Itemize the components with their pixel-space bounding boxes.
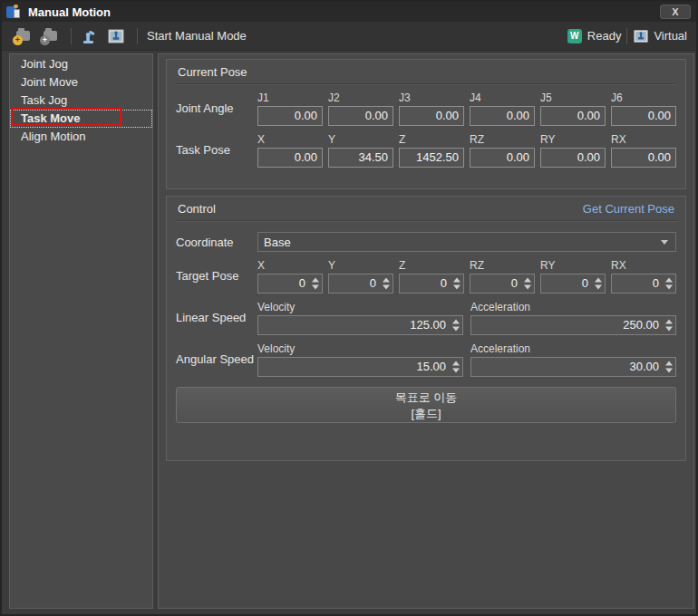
joint-j4-field[interactable]: 0.00 — [470, 106, 535, 126]
spin-up-icon[interactable] — [452, 320, 460, 324]
angular-speed-row: Angular Speed Velocity 15.00 Acceleratio… — [176, 342, 676, 377]
spinner-buttons[interactable] — [383, 278, 390, 290]
spinner-buttons[interactable] — [452, 320, 460, 332]
spin-down-icon[interactable] — [383, 285, 390, 290]
linear-speed-label: Linear Speed — [176, 300, 257, 335]
spinner-buttons[interactable] — [665, 320, 673, 332]
spin-up-icon[interactable] — [312, 278, 319, 283]
target-rz-input[interactable]: 0 — [470, 274, 535, 294]
sidebar-item-label: Task Move — [21, 111, 81, 125]
spin-up-icon[interactable] — [595, 278, 602, 283]
sidebar-item-task-move[interactable]: Task Move — [10, 110, 152, 128]
joint-j1-field[interactable]: 0.00 — [257, 106, 323, 126]
linear-acceleration-input[interactable]: 250.00 — [470, 315, 676, 335]
linear-speed-row: Linear Speed Velocity 125.00 Acceleratio… — [176, 300, 676, 335]
task-rz-field[interactable]: 0.00 — [470, 148, 535, 168]
move-to-target-line1: 목표로 이동 — [395, 390, 458, 405]
column-label-x: X — [257, 132, 323, 148]
servo-power-on-button[interactable]: + — [11, 24, 34, 48]
virtual-robot-button[interactable] — [104, 24, 128, 48]
joint-j5-field[interactable]: 0.00 — [540, 106, 606, 126]
spin-down-icon[interactable] — [595, 285, 602, 290]
ready-status-label: Ready — [587, 29, 622, 43]
spin-down-icon[interactable] — [665, 327, 673, 332]
spinner-buttons[interactable] — [524, 278, 531, 290]
joint-j3-field[interactable]: 0.00 — [399, 106, 464, 126]
spin-up-icon[interactable] — [453, 278, 460, 283]
spinner-buttons[interactable] — [312, 278, 319, 290]
task-y-field[interactable]: 34.50 — [328, 148, 393, 168]
sidebar-item-label: Task Jog — [21, 93, 67, 107]
coordinate-select[interactable]: Base — [257, 232, 676, 252]
spin-down-icon[interactable] — [665, 285, 673, 290]
spinner-buttons[interactable] — [595, 278, 602, 290]
sidebar-item-label: Align Motion — [21, 130, 86, 143]
task-x-field[interactable]: 0.00 — [257, 148, 323, 168]
close-icon: X — [672, 7, 678, 17]
spin-down-icon[interactable] — [524, 285, 531, 290]
spin-up-icon[interactable] — [524, 278, 531, 283]
target-y-input[interactable]: 0 — [328, 274, 393, 294]
servo-power-off-button[interactable]: + — [38, 24, 62, 48]
target-rx-input[interactable]: 0 — [611, 274, 676, 294]
app-icon — [6, 5, 21, 19]
toolbar: + + — [2, 22, 696, 51]
task-rx-field[interactable]: 0.00 — [611, 148, 676, 168]
target-ry-input[interactable]: 0 — [540, 274, 606, 294]
spin-up-icon[interactable] — [665, 320, 673, 324]
column-label-rx: RX — [611, 258, 676, 274]
spin-down-icon[interactable] — [665, 369, 673, 373]
angular-velocity-input[interactable]: 15.00 — [257, 357, 463, 377]
column-label-j2: J2 — [328, 91, 393, 106]
sidebar-item-joint-move[interactable]: Joint Move — [10, 73, 152, 91]
target-z-input[interactable]: 0 — [399, 274, 464, 294]
coordinate-value: Base — [264, 236, 291, 249]
joint-angle-label: Joint Angle — [176, 91, 257, 126]
get-current-pose-link[interactable]: Get Current Pose — [583, 202, 674, 216]
start-manual-mode-button[interactable]: Start Manual Mode — [147, 29, 247, 43]
main-panel: Current Pose Joint Angle J10.00 J20.00 J… — [158, 53, 694, 609]
column-label-ry: RY — [540, 132, 606, 148]
linear-velocity-input[interactable]: 125.00 — [257, 315, 463, 335]
servo-off-badge: + — [40, 35, 50, 45]
sidebar-item-task-jog[interactable]: Task Jog — [10, 91, 152, 110]
spinner-buttons[interactable] — [452, 361, 460, 373]
control-group: Control Get Current Pose Coordinate Base… — [166, 196, 686, 461]
target-x-input[interactable]: 0 — [257, 274, 323, 294]
spin-down-icon[interactable] — [452, 327, 460, 332]
target-pose-label: Target Pose — [176, 258, 257, 294]
ready-status-icon: W — [567, 29, 582, 43]
spin-up-icon[interactable] — [665, 278, 673, 283]
joint-j6-field[interactable]: 0.00 — [611, 106, 676, 126]
sidebar-item-align-motion[interactable]: Align Motion — [10, 128, 152, 146]
spinner-buttons[interactable] — [665, 278, 673, 290]
spin-up-icon[interactable] — [452, 361, 460, 366]
spin-up-icon[interactable] — [665, 361, 673, 366]
spin-down-icon[interactable] — [312, 285, 319, 290]
task-ry-field[interactable]: 0.00 — [540, 148, 606, 168]
spinner-buttons[interactable] — [665, 361, 673, 373]
close-button[interactable]: X — [660, 5, 691, 19]
window-title: Manual Motion — [28, 5, 111, 19]
toolbar-separator — [71, 28, 72, 44]
move-to-target-button[interactable]: 목표로 이동 [홀드] — [176, 387, 676, 423]
chevron-down-icon — [661, 240, 668, 245]
sidebar-item-joint-jog[interactable]: Joint Jog — [10, 55, 152, 73]
servo-off-icon: + — [40, 26, 60, 46]
joint-angle-row: Joint Angle J10.00 J20.00 J30.00 J40.00 … — [176, 91, 676, 126]
column-label-j1: J1 — [257, 91, 323, 106]
spin-down-icon[interactable] — [453, 285, 460, 290]
coordinate-row: Coordinate Base — [176, 232, 676, 252]
spinner-buttons[interactable] — [453, 278, 460, 290]
joint-j2-field[interactable]: 0.00 — [328, 106, 393, 126]
task-z-field[interactable]: 1452.50 — [399, 148, 464, 168]
spin-up-icon[interactable] — [383, 278, 390, 283]
control-header: Control Get Current Pose — [176, 197, 676, 221]
angular-acceleration-input[interactable]: 30.00 — [470, 357, 676, 377]
column-label-j3: J3 — [399, 91, 464, 106]
acceleration-label: Acceleration — [470, 300, 676, 315]
manual-motion-window: Manual Motion X + + — [0, 0, 698, 616]
toolbar-separator — [626, 28, 627, 44]
spin-down-icon[interactable] — [452, 369, 460, 373]
real-robot-button[interactable] — [77, 24, 101, 48]
